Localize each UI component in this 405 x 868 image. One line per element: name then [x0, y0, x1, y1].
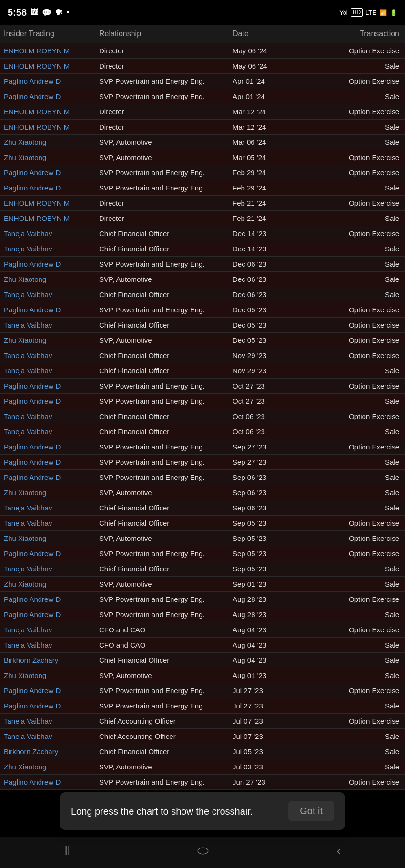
table-row[interactable]: Taneja Vaibhav Chief Financial Officer D… — [0, 241, 405, 257]
table-row[interactable]: ENHOLM ROBYN M Director May 06 '24 Optio… — [0, 43, 405, 59]
cell-date: May 06 '24 — [229, 43, 305, 58]
table-row[interactable]: Paglino Andrew D SVP Powertrain and Ener… — [0, 379, 405, 394]
cell-date: Sep 27 '23 — [229, 455, 305, 469]
cell-date: Feb 21 '24 — [229, 196, 305, 210]
table-row[interactable]: Paglino Andrew D SVP Powertrain and Ener… — [0, 394, 405, 409]
table-row[interactable]: Paglino Andrew D SVP Powertrain and Ener… — [0, 775, 405, 790]
cell-date: Sep 05 '23 — [229, 531, 305, 546]
cell-relationship: Director — [95, 120, 229, 134]
table-row[interactable]: Taneja Vaibhav Chief Financial Officer S… — [0, 500, 405, 516]
cell-name: Zhu Xiaotong — [0, 577, 95, 591]
table-row[interactable]: ENHOLM ROBYN M Director May 06 '24 Sale — [0, 59, 405, 74]
cell-relationship: SVP Powertrain and Energy Eng. — [95, 683, 229, 698]
cell-transaction: Sale — [305, 638, 405, 652]
cell-name: Taneja Vaibhav — [0, 714, 95, 728]
table-row[interactable]: Taneja Vaibhav Chief Financial Officer N… — [0, 363, 405, 379]
back-icon[interactable]: ‹ — [337, 843, 341, 858]
cell-transaction: Option Exercise — [305, 775, 405, 789]
table-row[interactable]: Paglino Andrew D SVP Powertrain and Ener… — [0, 257, 405, 272]
cell-date: Mar 12 '24 — [229, 104, 305, 119]
table-row[interactable]: Paglino Andrew D SVP Powertrain and Ener… — [0, 89, 405, 104]
cell-name: Taneja Vaibhav — [0, 516, 95, 530]
table-row[interactable]: Paglino Andrew D SVP Powertrain and Ener… — [0, 302, 405, 318]
cell-name: Taneja Vaibhav — [0, 561, 95, 576]
table-row[interactable]: Zhu Xiaotong SVP, Automotive Sep 01 '23 … — [0, 577, 405, 592]
cell-relationship: SVP, Automotive — [95, 577, 229, 591]
table-row[interactable]: Zhu Xiaotong SVP, Automotive Dec 05 '23 … — [0, 333, 405, 348]
table-row[interactable]: Paglino Andrew D SVP Powertrain and Ener… — [0, 74, 405, 89]
cell-transaction: Sale — [305, 607, 405, 622]
table-row[interactable]: Paglino Andrew D SVP Powertrain and Ener… — [0, 546, 405, 561]
table-row[interactable]: Zhu Xiaotong SVP, Automotive Dec 06 '23 … — [0, 272, 405, 287]
table-row[interactable]: Zhu Xiaotong SVP, Automotive Mar 06 '24 … — [0, 135, 405, 150]
table-row[interactable]: Zhu Xiaotong SVP, Automotive Jul 03 '23 … — [0, 759, 405, 775]
table-row[interactable]: Taneja Vaibhav Chief Accounting Officer … — [0, 729, 405, 744]
cell-relationship: SVP, Automotive — [95, 272, 229, 287]
cell-name: Paglino Andrew D — [0, 775, 95, 789]
table-row[interactable]: Taneja Vaibhav Chief Financial Officer D… — [0, 287, 405, 302]
table-row[interactable]: Taneja Vaibhav Chief Financial Officer D… — [0, 226, 405, 241]
cell-relationship: SVP Powertrain and Energy Eng. — [95, 698, 229, 713]
table-row[interactable]: ENHOLM ROBYN M Director Feb 21 '24 Optio… — [0, 196, 405, 211]
recent-apps-icon[interactable]: ⦀ — [64, 843, 70, 858]
table-row[interactable]: Paglino Andrew D SVP Powertrain and Ener… — [0, 180, 405, 196]
got-it-button[interactable]: Got it — [288, 801, 334, 821]
cell-transaction: Sale — [305, 668, 405, 683]
table-row[interactable]: Taneja Vaibhav Chief Financial Officer S… — [0, 561, 405, 577]
cell-transaction: Sale — [305, 424, 405, 439]
cell-name: Paglino Andrew D — [0, 74, 95, 89]
table-row[interactable]: Paglino Andrew D SVP Powertrain and Ener… — [0, 455, 405, 470]
table-row[interactable]: Paglino Andrew D SVP Powertrain and Ener… — [0, 683, 405, 698]
cell-transaction: Sale — [305, 257, 405, 271]
toast-overlay: Long press the chart to show the crossha… — [0, 792, 405, 830]
table-row[interactable]: Taneja Vaibhav Chief Financial Officer O… — [0, 424, 405, 439]
table-row[interactable]: Paglino Andrew D SVP Powertrain and Ener… — [0, 439, 405, 455]
table-row[interactable]: Taneja Vaibhav Chief Financial Officer N… — [0, 348, 405, 363]
cell-date: Oct 06 '23 — [229, 424, 305, 439]
table-row[interactable]: Zhu Xiaotong SVP, Automotive Aug 01 '23 … — [0, 668, 405, 683]
cell-date: Apr 01 '24 — [229, 74, 305, 89]
cell-name: Zhu Xiaotong — [0, 668, 95, 683]
table-row[interactable]: Taneja Vaibhav CFO and CAO Aug 04 '23 Sa… — [0, 638, 405, 653]
home-icon[interactable]: ⬭ — [197, 843, 209, 858]
cell-name: Paglino Andrew D — [0, 546, 95, 561]
table-row[interactable]: Birkhorn Zachary Chief Financial Officer… — [0, 653, 405, 668]
table-row[interactable]: Paglino Andrew D SVP Powertrain and Ener… — [0, 592, 405, 607]
table-row[interactable]: ENHOLM ROBYN M Director Feb 21 '24 Sale — [0, 211, 405, 226]
table-row[interactable]: Paglino Andrew D SVP Powertrain and Ener… — [0, 698, 405, 714]
cell-date: Jul 07 '23 — [229, 729, 305, 744]
table-row[interactable]: Zhu Xiaotong SVP, Automotive Mar 05 '24 … — [0, 150, 405, 165]
table-row[interactable]: ENHOLM ROBYN M Director Mar 12 '24 Optio… — [0, 104, 405, 120]
table-row[interactable]: Zhu Xiaotong SVP, Automotive Sep 06 '23 … — [0, 485, 405, 500]
cell-date: Feb 29 '24 — [229, 180, 305, 195]
cell-name: ENHOLM ROBYN M — [0, 211, 95, 226]
table-row[interactable]: ENHOLM ROBYN M Director Mar 12 '24 Sale — [0, 120, 405, 135]
table-row[interactable]: Paglino Andrew D SVP Powertrain and Ener… — [0, 607, 405, 622]
table-row[interactable]: Birkhorn Zachary Chief Financial Officer… — [0, 744, 405, 759]
table-row[interactable]: Taneja Vaibhav CFO and CAO Aug 04 '23 Op… — [0, 622, 405, 638]
cell-transaction: Option Exercise — [305, 439, 405, 454]
cell-date: Oct 27 '23 — [229, 379, 305, 393]
table-row[interactable]: Taneja Vaibhav Chief Financial Officer O… — [0, 409, 405, 424]
cell-relationship: Chief Financial Officer — [95, 348, 229, 363]
cell-transaction: Option Exercise — [305, 150, 405, 165]
status-right: Yoi HD LTE 📶 🔋 — [339, 8, 397, 17]
cell-relationship: SVP Powertrain and Energy Eng. — [95, 180, 229, 195]
table-row[interactable]: Taneja Vaibhav Chief Accounting Officer … — [0, 714, 405, 729]
cell-relationship: SVP Powertrain and Energy Eng. — [95, 470, 229, 485]
cell-name: Zhu Xiaotong — [0, 485, 95, 500]
cell-name: Taneja Vaibhav — [0, 424, 95, 439]
table-row[interactable]: Paglino Andrew D SVP Powertrain and Ener… — [0, 470, 405, 485]
cell-relationship: Chief Financial Officer — [95, 424, 229, 439]
table-row[interactable]: Paglino Andrew D SVP Powertrain and Ener… — [0, 165, 405, 180]
table-body: ENHOLM ROBYN M Director May 06 '24 Optio… — [0, 43, 405, 790]
table-row[interactable]: Taneja Vaibhav Chief Financial Officer S… — [0, 516, 405, 531]
cell-relationship: SVP Powertrain and Energy Eng. — [95, 439, 229, 454]
cell-relationship: SVP, Automotive — [95, 759, 229, 774]
table-row[interactable]: Zhu Xiaotong SVP, Automotive Sep 05 '23 … — [0, 531, 405, 546]
cell-date: Aug 04 '23 — [229, 653, 305, 668]
cell-relationship: Chief Financial Officer — [95, 409, 229, 424]
cell-transaction: Sale — [305, 241, 405, 256]
status-bar: 5:58 🖼 💬 🗣 • Yoi HD LTE 📶 🔋 — [0, 0, 405, 25]
table-row[interactable]: Taneja Vaibhav Chief Financial Officer D… — [0, 318, 405, 333]
